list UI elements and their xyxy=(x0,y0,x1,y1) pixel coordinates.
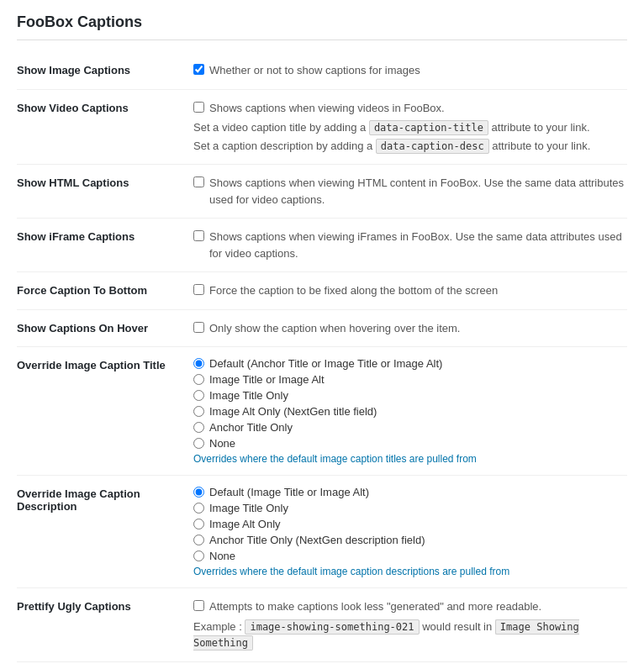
label-show-iframe-captions: Show iFrame Captions xyxy=(17,219,185,272)
radio-title-image-title-only[interactable]: Image Title Only xyxy=(193,389,627,402)
radio-title-default-input[interactable] xyxy=(193,358,204,369)
show-video-captions-line2: Set a video caption title by adding a da… xyxy=(193,119,627,136)
show-captions-hover-desc: Only show the caption when hovering over… xyxy=(209,320,460,337)
radio-desc-image-alt-input[interactable] xyxy=(193,519,204,529)
label-show-captions-hover: Show Captions On Hover xyxy=(17,309,185,347)
row-show-image-captions: Show Image Captions Whether or not to sh… xyxy=(17,52,627,89)
show-captions-hover-label[interactable]: Only show the caption when hovering over… xyxy=(193,320,627,337)
prettify-captions-label[interactable]: Attempts to make captions look less "gen… xyxy=(193,598,627,615)
override-caption-title-group: Default (Anchor Title or Image Title or … xyxy=(193,357,627,450)
row-show-video-captions: Show Video Captions Shows captions when … xyxy=(17,89,627,165)
show-image-captions-label[interactable]: Whether or not to show captions for imag… xyxy=(193,62,627,79)
radio-desc-image-title-input[interactable] xyxy=(193,503,204,514)
show-html-captions-desc: Shows captions when viewing HTML content… xyxy=(209,175,627,208)
radio-desc-none-input[interactable] xyxy=(193,550,204,561)
radio-title-none-input[interactable] xyxy=(193,438,204,449)
prettify-captions-desc: Attempts to make captions look less "gen… xyxy=(209,598,541,615)
code-data-caption-title: data-caption-title xyxy=(369,120,488,135)
label-override-caption-title: Override Image Caption Title xyxy=(17,347,185,476)
radio-desc-anchor-title-ng-input[interactable] xyxy=(193,535,204,545)
settings-table: Show Image Captions Whether or not to sh… xyxy=(17,52,627,662)
label-force-caption-bottom: Force Caption To Bottom xyxy=(17,272,185,310)
radio-title-image-title-only-input[interactable] xyxy=(193,390,204,401)
show-iframe-captions-desc: Shows captions when viewing iFrames in F… xyxy=(209,229,627,261)
prettify-captions-checkbox[interactable] xyxy=(193,600,204,611)
radio-title-image-alt-only-input[interactable] xyxy=(193,406,204,417)
row-prettify-captions: Prettify Ugly Captions Attempts to make … xyxy=(17,588,627,662)
radio-title-image-title-alt[interactable]: Image Title or Image Alt xyxy=(193,373,627,386)
label-show-html-captions: Show HTML Captions xyxy=(17,165,185,219)
show-html-captions-checkbox[interactable] xyxy=(193,176,204,187)
show-video-captions-checkbox[interactable] xyxy=(193,102,204,113)
show-captions-hover-checkbox[interactable] xyxy=(193,322,204,333)
force-caption-bottom-label[interactable]: Force the caption to be fixed along the … xyxy=(193,282,627,299)
radio-desc-default[interactable]: Default (Image Title or Image Alt) xyxy=(193,486,627,498)
radio-desc-anchor-title-ng[interactable]: Anchor Title Only (NextGen description f… xyxy=(193,534,627,546)
row-force-caption-bottom: Force Caption To Bottom Force the captio… xyxy=(17,272,627,310)
force-caption-bottom-desc: Force the caption to be fixed along the … xyxy=(209,282,498,299)
show-image-captions-desc: Whether or not to show captions for imag… xyxy=(209,62,420,79)
row-show-captions-hover: Show Captions On Hover Only show the cap… xyxy=(17,309,627,347)
show-iframe-captions-label[interactable]: Shows captions when viewing iFrames in F… xyxy=(193,229,627,261)
radio-title-none[interactable]: None xyxy=(193,437,627,450)
label-override-caption-desc: Override Image Caption Description xyxy=(17,476,185,588)
radio-desc-default-input[interactable] xyxy=(193,487,204,498)
override-caption-title-hint: Overrides where the default image captio… xyxy=(193,453,627,465)
prettify-captions-example: Example : image-showing-something-021 wo… xyxy=(193,619,627,651)
label-show-image-captions: Show Image Captions xyxy=(17,52,185,89)
show-video-captions-label[interactable]: Shows captions when viewing videos in Fo… xyxy=(193,100,627,117)
show-video-captions-line3: Set a caption description by adding a da… xyxy=(193,138,627,155)
override-caption-desc-group: Default (Image Title or Image Alt) Image… xyxy=(193,486,627,562)
show-video-captions-line1: Shows captions when viewing videos in Fo… xyxy=(209,100,445,117)
radio-title-image-title-alt-input[interactable] xyxy=(193,374,204,385)
show-iframe-captions-checkbox[interactable] xyxy=(193,230,204,241)
row-override-caption-desc: Override Image Caption Description Defau… xyxy=(17,476,627,588)
radio-title-anchor-only-input[interactable] xyxy=(193,422,204,433)
row-show-iframe-captions: Show iFrame Captions Shows captions when… xyxy=(17,219,627,272)
row-override-caption-title: Override Image Caption Title Default (An… xyxy=(17,347,627,476)
radio-title-anchor-only[interactable]: Anchor Title Only xyxy=(193,421,627,434)
code-data-caption-desc: data-caption-desc xyxy=(376,139,489,154)
row-show-html-captions: Show HTML Captions Shows captions when v… xyxy=(17,165,627,219)
prettify-example-code: image-showing-something-021 xyxy=(245,619,419,635)
label-show-video-captions: Show Video Captions xyxy=(17,89,185,165)
label-prettify-captions: Prettify Ugly Captions xyxy=(17,588,185,662)
page-title: FooBox Captions xyxy=(17,13,627,40)
radio-desc-image-alt[interactable]: Image Alt Only xyxy=(193,518,627,530)
radio-title-image-alt-only[interactable]: Image Alt Only (NextGen title field) xyxy=(193,405,627,418)
radio-desc-image-title[interactable]: Image Title Only xyxy=(193,502,627,514)
radio-desc-none[interactable]: None xyxy=(193,550,627,562)
show-image-captions-checkbox[interactable] xyxy=(193,64,204,75)
force-caption-bottom-checkbox[interactable] xyxy=(193,284,204,295)
show-html-captions-label[interactable]: Shows captions when viewing HTML content… xyxy=(193,175,627,208)
override-caption-desc-hint: Overrides where the default image captio… xyxy=(193,566,627,577)
radio-title-default[interactable]: Default (Anchor Title or Image Title or … xyxy=(193,357,627,370)
